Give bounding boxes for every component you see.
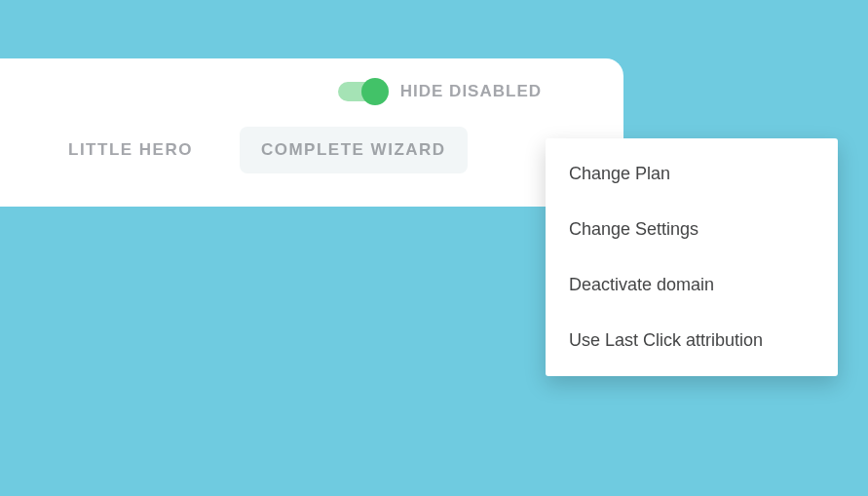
menu-item-deactivate-domain[interactable]: Deactivate domain (546, 257, 838, 313)
menu-item-change-settings[interactable]: Change Settings (546, 202, 838, 257)
hide-disabled-toggle[interactable] (338, 82, 385, 101)
toggle-knob-icon (361, 78, 389, 105)
tab-little-hero[interactable]: LITTLE HERO (47, 127, 214, 173)
menu-item-change-plan[interactable]: Change Plan (546, 146, 838, 202)
context-menu: Change Plan Change Settings Deactivate d… (546, 138, 838, 376)
toggle-label: HIDE DISABLED (400, 82, 542, 101)
menu-item-use-last-click-attribution[interactable]: Use Last Click attribution (546, 313, 838, 368)
tabs-row: LITTLE HERO COMPLETE WIZARD (23, 127, 600, 173)
top-row: HIDE DISABLED (23, 82, 600, 101)
tab-complete-wizard[interactable]: COMPLETE WIZARD (240, 127, 468, 173)
header-card: HIDE DISABLED LITTLE HERO COMPLETE WIZAR… (0, 58, 623, 207)
